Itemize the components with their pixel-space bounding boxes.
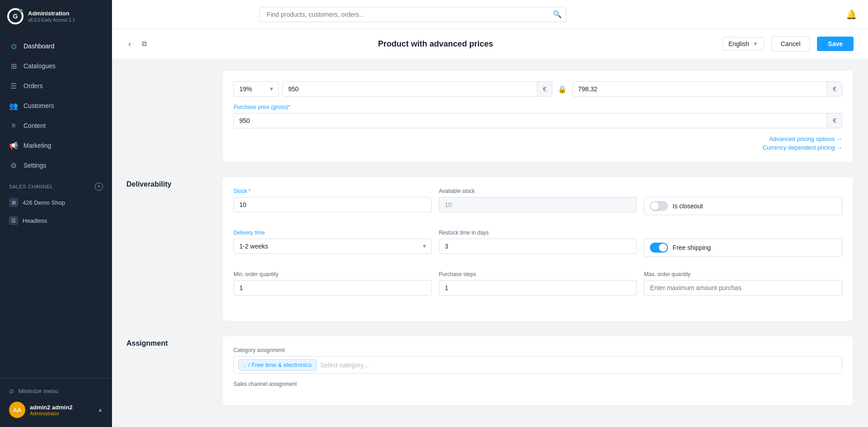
back-button[interactable]: ‹ (126, 38, 133, 51)
assignment-section-label: Assignment (126, 336, 208, 406)
sidebar-item-catalogues[interactable]: ⊞ Catalogues (0, 56, 112, 76)
free-shipping-toggle-knob (659, 244, 667, 252)
minimize-icon: ⊙ (9, 388, 14, 394)
min-order-input[interactable] (233, 280, 432, 296)
user-role: Administrator (30, 411, 93, 416)
stock-label: Stock * (233, 188, 432, 194)
sidebar-item-content[interactable]: ≡ Content (0, 116, 112, 136)
advanced-pricing-link-row: Advanced pricing options → (233, 136, 842, 142)
category-assignment-label: Category assignment (233, 347, 842, 353)
orders-icon: ☰ (9, 81, 18, 90)
sidebar-item-orders[interactable]: ☰ Orders (0, 76, 112, 96)
purchase-price-field: € (233, 113, 842, 128)
category-tag-label: .. / Free time & electronics (243, 361, 312, 368)
deliverability-card: Stock * Available stock Is closeout (222, 177, 854, 321)
max-order-input[interactable] (644, 280, 842, 296)
save-button[interactable]: Save (817, 37, 854, 51)
dashboard-icon: ⊙ (9, 42, 18, 51)
available-stock-group: Available stock (439, 188, 637, 215)
restock-time-label: Restock time in days (439, 230, 637, 236)
copy-button[interactable]: ⧉ (140, 38, 149, 50)
sidebar-item-customers[interactable]: 👥 Customers (0, 96, 112, 116)
sidebar-label-orders: Orders (23, 82, 43, 89)
search-input[interactable] (259, 7, 566, 22)
page-title: Product with advanced prices (156, 39, 715, 49)
tax-rate-select[interactable]: 19% (233, 81, 279, 97)
language-select[interactable]: English ▼ (723, 37, 764, 51)
category-placeholder: Select category... (320, 361, 369, 369)
sidebar-item-426-demo-shop[interactable]: ⊞ 426 Demo Shop (0, 193, 112, 211)
sidebar-header: G Administration v6.0.0 Early Access 1.1 (0, 0, 112, 33)
sidebar-label-marketing: Marketing (23, 142, 51, 149)
tax-rate-select-wrapper: 19% ▼ (233, 81, 279, 97)
closeout-toggle[interactable] (650, 201, 668, 211)
sales-channel-label-demo-shop: 426 Demo Shop (23, 199, 65, 206)
stock-row: Stock * Available stock Is closeout (233, 188, 842, 222)
min-order-label: Min. order quantity (233, 271, 432, 277)
sidebar-item-headless[interactable]: ☰ Headless (0, 211, 112, 230)
max-order-group: Max. order quantity (644, 271, 842, 296)
closeout-toggle-knob (651, 202, 659, 210)
category-tag: .. / Free time & electronics (238, 359, 317, 371)
net-currency-label: € (827, 82, 842, 96)
purchase-price-input[interactable] (234, 113, 827, 128)
sidebar-label-settings: Settings (23, 162, 47, 169)
sidebar-item-settings[interactable]: ⚙ Settings (0, 155, 112, 175)
assignment-card: Category assignment .. / Free time & ele… (222, 336, 854, 406)
sidebar-item-marketing[interactable]: 📢 Marketing (0, 136, 112, 155)
notification-button[interactable]: 🔔 (846, 9, 857, 20)
delivery-row: Delivery time 1-2 weeks ▼ Restock time i… (233, 230, 842, 264)
price-row: 19% ▼ € 🔒 € (233, 81, 842, 97)
content-area: 19% ▼ € 🔒 € Purcha (112, 59, 868, 427)
catalogues-icon: ⊞ (9, 61, 18, 70)
free-shipping-toggle-box: Free shipping (644, 239, 842, 257)
stock-group: Stock * (233, 188, 432, 215)
purchase-steps-input[interactable] (439, 280, 637, 296)
app-version: v6.0.0 Early Access 1.1 (28, 18, 75, 23)
sidebar-label-customers: Customers (23, 102, 54, 109)
stock-input[interactable] (233, 197, 432, 212)
gross-price-input[interactable] (283, 82, 537, 96)
closeout-toggle-label: Is closeout (672, 202, 703, 210)
net-price-input[interactable] (573, 82, 827, 96)
minimize-menu-button[interactable]: ⊙ Minimize menu (7, 384, 105, 398)
search-box: 🔍 (259, 7, 566, 22)
page-header: ‹ ⧉ Product with advanced prices English… (112, 29, 868, 59)
delivery-time-label: Delivery time (233, 230, 432, 236)
sidebar-footer: ⊙ Minimize menu AA admin2 admin2 Adminis… (0, 378, 112, 427)
sidebar-item-dashboard[interactable]: ⊙ Dashboard (0, 36, 112, 56)
user-section[interactable]: AA admin2 admin2 Administrator ▲ (7, 398, 105, 422)
sales-channel-assignment-label: Sales channel assignment (233, 381, 842, 387)
available-stock-input[interactable] (439, 197, 637, 212)
app-name: Administration (28, 10, 75, 18)
closeout-toggle-box: Is closeout (644, 197, 842, 215)
sales-channel-section-header: Sales channel + (0, 175, 112, 193)
add-sales-channel-button[interactable]: + (95, 183, 103, 191)
restock-time-input[interactable] (439, 239, 637, 254)
gross-currency-label: € (537, 82, 552, 96)
delivery-time-select[interactable]: 1-2 weeks (233, 239, 432, 254)
currency-dependent-pricing-link[interactable]: Currency dependent pricing → (763, 144, 842, 151)
purchase-steps-label: Purchase steps (439, 271, 637, 277)
purchase-steps-group: Purchase steps (439, 271, 637, 296)
free-shipping-group: Free shipping Free shipping (644, 230, 842, 257)
deliverability-section-label: Deliverability (126, 177, 208, 321)
user-name: admin2 admin2 (30, 404, 93, 411)
settings-icon: ⚙ (9, 161, 18, 170)
chevron-up-icon: ▲ (98, 407, 103, 413)
shop-icon: ⊞ (9, 198, 18, 207)
free-shipping-toggle[interactable] (650, 243, 668, 253)
delivery-time-select-wrapper: 1-2 weeks ▼ (233, 239, 432, 254)
lock-icon[interactable]: 🔒 (556, 83, 569, 95)
cancel-button[interactable]: Cancel (771, 36, 810, 52)
category-input-row[interactable]: .. / Free time & electronics Select cate… (233, 356, 842, 374)
search-button[interactable]: 🔍 (553, 10, 562, 19)
deliverability-section: Deliverability Stock * Available stock I… (126, 177, 854, 321)
sidebar-label-dashboard: Dashboard (23, 42, 55, 50)
max-order-label: Max. order quantity (644, 271, 842, 277)
sidebar-label-catalogues: Catalogues (23, 62, 56, 70)
purchase-currency-label: € (827, 113, 842, 128)
advanced-pricing-link[interactable]: Advanced pricing options → (769, 136, 842, 142)
currency-pricing-link-row: Currency dependent pricing → (233, 144, 842, 151)
headless-icon: ☰ (9, 216, 18, 225)
